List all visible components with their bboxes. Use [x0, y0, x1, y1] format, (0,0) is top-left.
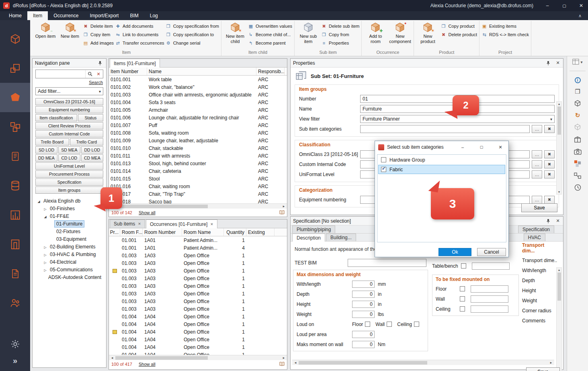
close-icon[interactable]	[574, 0, 588, 11]
scroll-down-icon[interactable]	[558, 190, 560, 194]
expand-strip-button[interactable]	[0, 353, 30, 368]
item-row[interactable]: 0101.018 Sacco bag ARC	[109, 198, 287, 203]
occurrence-row[interactable]: 01.003 1A03 Open Office 1	[109, 252, 287, 259]
horizontal-scrollbar[interactable]	[109, 355, 287, 360]
add-to-room-button[interactable]: Add to room	[364, 21, 387, 49]
tab-hvac[interactable]: HVAC	[524, 234, 545, 241]
show-all-link[interactable]: Show all	[139, 362, 156, 367]
checkbox[interactable]	[460, 306, 465, 312]
scroll-up-icon[interactable]	[558, 102, 560, 106]
scrollbar-thumb[interactable]	[557, 273, 561, 301]
checkbox[interactable]	[460, 296, 465, 301]
tab-items[interactable]: Items [01-Furniture]	[110, 59, 160, 68]
tab-building[interactable]: Building...	[326, 234, 356, 241]
data-module-button[interactable]	[0, 171, 30, 200]
dimension-input[interactable]: 0	[352, 311, 375, 318]
item-row[interactable]: 0101.002 Work chair, "balance" ARC	[109, 83, 287, 91]
maximize-icon[interactable]	[473, 141, 490, 153]
item-row[interactable]: 0101.003 Office chair with armrests, erg…	[109, 91, 287, 98]
table-view-button[interactable]	[572, 59, 582, 65]
ribbon-small-button[interactable]: Delete sub item	[321, 23, 359, 29]
scroll-right-icon[interactable]	[281, 356, 286, 360]
rooms-module-button[interactable]	[0, 230, 30, 259]
browse-button[interactable]	[532, 150, 542, 158]
add-filter-dropdown[interactable]: Add filter...	[35, 87, 103, 95]
collapse-ribbon-icon[interactable]	[578, 11, 582, 20]
log-book-icon[interactable]	[279, 210, 285, 215]
pin-icon[interactable]	[546, 61, 552, 66]
filter-button[interactable]: Trello Board	[35, 138, 69, 146]
scrollbar-thumb[interactable]	[115, 205, 208, 208]
scroll-up-icon[interactable]	[558, 268, 560, 272]
item-row[interactable]: 0101.008 Sofa, waiting room ARC	[109, 129, 287, 137]
show-all-link[interactable]: Show all	[139, 210, 156, 215]
occurrence-row[interactable]: 01.004 1A04 Open Office 1	[109, 351, 287, 355]
reports-module-button[interactable]	[0, 200, 30, 230]
pin-icon[interactable]	[98, 61, 104, 66]
tab[interactable]: Sub items	[110, 219, 145, 228]
filter-button[interactable]: CD MEA	[81, 154, 103, 162]
ribbon-small-button[interactable]: Delete product	[440, 31, 477, 38]
models-module-button[interactable]	[0, 24, 30, 53]
item-row[interactable]: 0101.001 Work table ARC	[109, 76, 287, 83]
checkbox[interactable]	[414, 322, 419, 327]
search-link[interactable]: Search	[89, 80, 103, 85]
clear-button[interactable]	[544, 125, 555, 133]
category-option[interactable]: Hardware Group	[378, 155, 505, 164]
ribbon-small-button[interactable]: Add documents	[115, 23, 164, 29]
ribbon-small-button[interactable]: Change serial	[166, 40, 219, 46]
ribbon-small-button[interactable]: Copy specification to	[166, 31, 219, 38]
filter-button[interactable]: Status	[78, 114, 103, 121]
filter-button[interactable]: Equipment numbering	[35, 106, 103, 113]
filter-button[interactable]: DD LOD	[81, 146, 103, 154]
dimension-input[interactable]: 0	[352, 291, 375, 298]
filter-button[interactable]: Specification	[35, 178, 103, 186]
tab-specification[interactable]: Specification	[518, 225, 554, 233]
search-input[interactable]	[36, 70, 85, 78]
items-table-header[interactable]: Item Number Name Responsib...	[109, 68, 287, 76]
ribbon-tab[interactable]: BIM	[124, 11, 144, 20]
tree-node[interactable]: 01-FF&E	[35, 212, 103, 220]
ribbon-small-button[interactable]: Transfer occurrences	[115, 40, 164, 46]
browse-button[interactable]	[532, 125, 542, 133]
tree-arrow-icon[interactable]	[36, 198, 41, 204]
occurrence-row[interactable]: 01.003 1A03 Open Office 1	[109, 305, 287, 313]
item-row[interactable]: 0101.011 Chair with armrests ARC	[109, 152, 287, 160]
close-tab-icon[interactable]	[138, 222, 141, 226]
camera-icon[interactable]	[574, 148, 582, 155]
log-book-icon[interactable]	[279, 362, 285, 366]
category-option[interactable]: Fabric	[378, 165, 505, 174]
filter-button[interactable]: Trello Card	[70, 138, 104, 146]
save-button[interactable]: Save	[526, 367, 560, 371]
tree-node[interactable]: 02-Fixtures	[35, 228, 103, 235]
browse-button[interactable]	[532, 160, 542, 168]
new-component-button[interactable]: New component	[388, 21, 412, 49]
item-row[interactable]: 0101.006 Lounge chair, adjustable for re…	[109, 114, 287, 121]
vertical-scrollbar[interactable]	[556, 101, 562, 195]
tree-arrow-icon[interactable]	[43, 259, 48, 265]
occurrence-row[interactable]: 01.004 1A04 Open Office 1	[109, 343, 287, 351]
table-bench-input[interactable]	[472, 262, 510, 270]
new-item-child-button[interactable]: New item child	[223, 21, 247, 49]
minimize-icon[interactable]	[455, 141, 471, 153]
ribbon-tab[interactable]: Item	[27, 11, 48, 20]
close-pane-icon[interactable]	[555, 218, 561, 223]
dimension-input[interactable]: 0	[352, 331, 375, 338]
ribbon-small-button[interactable]: Become parent	[248, 40, 292, 46]
test-bim-input[interactable]	[348, 259, 426, 267]
ribbon-small-button[interactable]: Existing items	[481, 23, 529, 29]
ribbon-tab[interactable]: Occurrence	[48, 11, 84, 20]
history-clock-icon[interactable]	[574, 184, 581, 191]
checkbox[interactable]	[365, 322, 370, 327]
item-row[interactable]: 0101.016 Chair, waiting room ARC	[109, 182, 287, 190]
ribbon-small-button[interactable]: Overwritten values	[248, 23, 292, 29]
browse-button[interactable]	[532, 196, 542, 204]
occurrence-row[interactable]: 01.004 1A04 Open Office 1	[109, 336, 287, 343]
filter-button[interactable]: OmniClass 23 [2012-05-16]	[35, 98, 103, 105]
users-module-button[interactable]	[0, 288, 30, 318]
filter-button[interactable]: Item classification	[35, 114, 77, 121]
filter-button[interactable]: Client Review Process	[35, 122, 103, 129]
item-row[interactable]: 0101.013 Stool, high, behind counter ARC	[109, 160, 287, 167]
occurrence-row[interactable]: 01.003 1A03 Open Office 1	[109, 282, 287, 290]
tree-node[interactable]: 03-Equipment	[35, 235, 103, 243]
